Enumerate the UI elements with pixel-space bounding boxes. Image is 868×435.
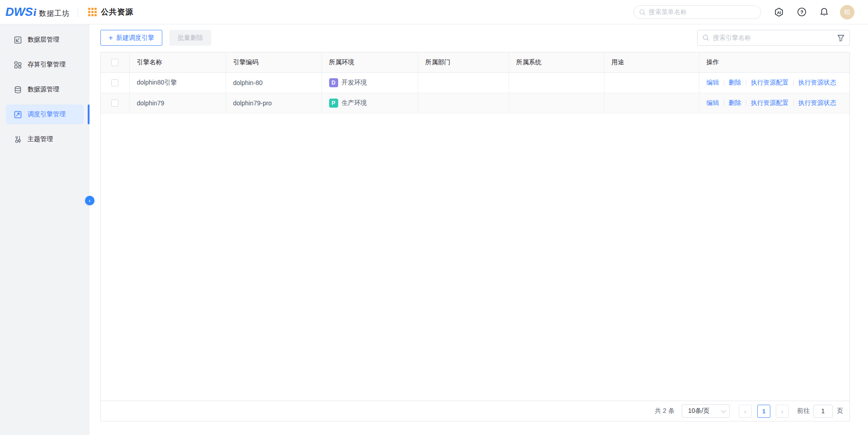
engine-table: 引擎名称 引擎编码 所属环境 所属部门 所属系统 用途 操作 dolphin80… (101, 52, 849, 113)
engine-table-card: 引擎名称 引擎编码 所属环境 所属部门 所属系统 用途 操作 dolphin80… (100, 52, 850, 421)
sidebar-item-theme[interactable]: 主题管理 (6, 129, 84, 149)
compute-engine-icon (14, 61, 22, 69)
logo-text: DWS (5, 5, 33, 19)
sidebar-item-schedule-engine[interactable]: 调度引擎管理 (6, 104, 84, 124)
toolbar: + 新建调度引擎 批量删除 搜索引擎名称 (100, 30, 850, 46)
new-engine-button[interactable]: + 新建调度引擎 (100, 30, 162, 46)
column-header-name: 引擎名称 (129, 52, 226, 72)
delete-link[interactable]: 删除 (729, 79, 741, 86)
schedule-engine-icon (14, 110, 22, 118)
page-number-button[interactable]: 1 (757, 405, 770, 418)
search-icon (639, 9, 646, 15)
prod-env-badge: P (329, 99, 338, 108)
column-header-system: 所属系统 (509, 52, 604, 72)
batch-delete-button-label: 批量删除 (178, 34, 203, 42)
engine-search-placeholder: 搜索引擎名称 (713, 34, 837, 42)
sidebar-item-label: 数据源管理 (28, 85, 59, 94)
pagination-bar: 共 2 条 10条/页 ‹ 1 › 前往 1 页 (101, 401, 849, 421)
delete-link[interactable]: 删除 (729, 99, 741, 106)
header-checkbox-cell (101, 52, 129, 72)
column-header-usage: 用途 (604, 52, 699, 72)
ai-assistant-icon[interactable]: AI (774, 7, 784, 17)
goto-page-value: 1 (821, 407, 825, 415)
exec-resource-config-link[interactable]: 执行资源配置 (751, 79, 789, 86)
sidebar-item-label: 主题管理 (28, 135, 53, 143)
edit-link[interactable]: 编辑 (707, 79, 719, 86)
avatar-text: 租 (844, 8, 850, 16)
column-header-dept: 所属部门 (418, 52, 509, 72)
sidebar-collapse-button[interactable]: ‹ (85, 196, 94, 205)
active-indicator-bar (88, 104, 90, 124)
sidebar-item-compute-engine[interactable]: 存算引擎管理 (6, 55, 84, 75)
current-page-number: 1 (762, 408, 765, 415)
engine-env-cell: P 生产环境 (321, 93, 418, 113)
row-checkbox[interactable] (111, 79, 118, 86)
engine-name-cell: dolphin79 (129, 93, 226, 113)
table-empty-area (101, 113, 849, 401)
column-header-ops: 操作 (699, 52, 849, 72)
user-avatar[interactable]: 租 (840, 5, 854, 19)
prev-page-button[interactable]: ‹ (739, 405, 752, 418)
sidebar-item-data-layer[interactable]: 数据层管理 (6, 30, 84, 50)
page-title: 公共资源 (101, 7, 133, 17)
engine-env-cell: D 开发环境 (321, 72, 418, 93)
row-checkbox-cell (101, 93, 129, 113)
batch-delete-button[interactable]: 批量删除 (170, 30, 211, 46)
goto-label: 前往 (797, 407, 810, 415)
select-all-checkbox[interactable] (111, 59, 118, 66)
tools-icon (14, 135, 22, 143)
exec-resource-status-link[interactable]: 执行资源状态 (798, 99, 836, 106)
engine-search-input[interactable]: 搜索引擎名称 (697, 30, 850, 46)
database-icon (14, 85, 22, 94)
column-header-env: 所属环境 (321, 52, 418, 72)
top-navbar: DWSi 数据工坊 公共资源 搜索菜单名称 AI ? 租 (0, 0, 868, 24)
filter-funnel-icon[interactable] (837, 34, 844, 42)
nav-divider (78, 7, 78, 17)
engine-system-cell (509, 93, 604, 113)
page-size-select[interactable]: 10条/页 (682, 404, 730, 418)
menu-search-input[interactable]: 搜索菜单名称 (633, 5, 761, 19)
help-icon[interactable]: ? (797, 7, 807, 17)
new-engine-button-label: 新建调度引擎 (116, 34, 154, 42)
goto-page-input[interactable]: 1 (813, 405, 833, 418)
row-checkbox[interactable] (111, 99, 118, 107)
page-unit-label: 页 (837, 407, 843, 415)
sidebar-item-label: 数据层管理 (28, 36, 59, 44)
sidebar-item-label: 存算引擎管理 (28, 61, 66, 69)
env-label: 开发环境 (342, 79, 367, 87)
chevron-left-icon: ‹ (744, 407, 746, 415)
notification-bell-icon[interactable] (819, 7, 829, 17)
sidebar-item-datasource[interactable]: 数据源管理 (6, 80, 84, 99)
engine-code-cell: dolphin-80 (226, 72, 321, 93)
sidebar-item-label: 调度引擎管理 (28, 110, 66, 118)
search-icon (703, 34, 709, 41)
engine-dept-cell (418, 93, 509, 113)
engine-usage-cell (604, 93, 699, 113)
column-header-code: 引擎编码 (226, 52, 321, 72)
env-label: 生产环境 (342, 99, 367, 107)
app-grid-icon[interactable] (88, 8, 97, 16)
next-page-button[interactable]: › (776, 405, 789, 418)
engine-code-cell: dolphin79-pro (226, 93, 321, 113)
logo-product-name: 数据工坊 (39, 9, 70, 19)
engine-system-cell (509, 72, 604, 93)
row-actions-cell: 编辑删除执行资源配置执行资源状态 (699, 93, 849, 113)
engine-usage-cell (604, 72, 699, 93)
menu-search-placeholder: 搜索菜单名称 (649, 8, 687, 16)
page-size-value: 10条/页 (688, 407, 709, 415)
row-checkbox-cell (101, 72, 129, 93)
sidebar: 数据层管理 存算引擎管理 数据源管理 调度引擎管理 主题管理 (0, 24, 90, 435)
row-actions-cell: 编辑删除执行资源配置执行资源状态 (699, 72, 849, 93)
table-row: dolphin80引擎 dolphin-80 D 开发环境 编辑删除执行资源配置… (101, 72, 849, 93)
engine-dept-cell (418, 72, 509, 93)
engine-name-cell: dolphin80引擎 (129, 72, 226, 93)
edit-link[interactable]: 编辑 (707, 99, 719, 106)
table-header-row: 引擎名称 引擎编码 所属环境 所属部门 所属系统 用途 操作 (101, 52, 849, 72)
exec-resource-status-link[interactable]: 执行资源状态 (798, 79, 836, 86)
data-layer-icon (14, 36, 22, 44)
chevron-right-icon: › (781, 407, 783, 415)
exec-resource-config-link[interactable]: 执行资源配置 (751, 99, 789, 106)
app-logo[interactable]: DWSi 数据工坊 (5, 5, 70, 19)
plus-icon: + (108, 33, 113, 43)
table-row: dolphin79 dolphin79-pro P 生产环境 编辑删除执行资源配… (101, 93, 849, 113)
